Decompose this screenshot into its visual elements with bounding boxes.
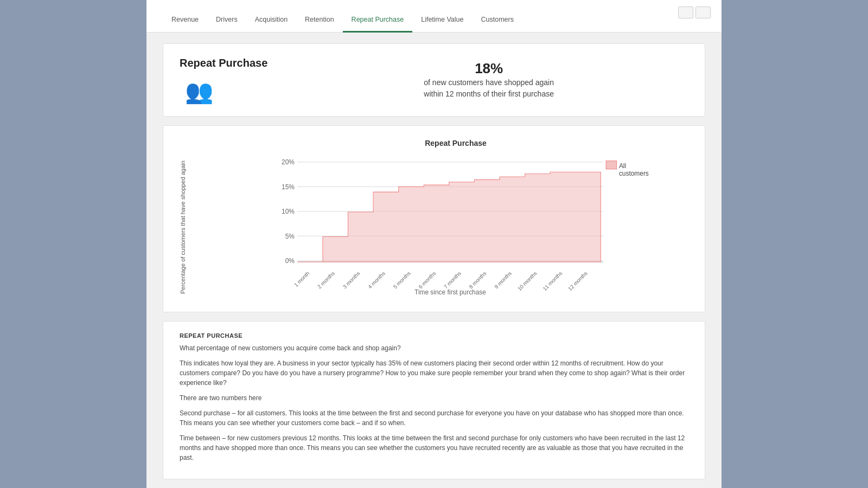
svg-text:20%: 20% — [282, 158, 295, 166]
top-nav: RevenueDriversAcquisitionRetentionRepeat… — [146, 0, 722, 33]
nav-tab-acquisition[interactable]: Acquisition — [246, 16, 296, 33]
svg-text:12 months: 12 months — [567, 270, 589, 292]
summary-left: Repeat Purchase 👥 — [180, 57, 267, 103]
content-area: Repeat Purchase 👥 18% of new customers h… — [146, 33, 722, 488]
nav-tab-customers[interactable]: Customers — [473, 16, 522, 33]
main-container: RevenueDriversAcquisitionRetentionRepeat… — [146, 0, 722, 488]
page-title: Repeat Purchase — [180, 57, 267, 69]
chart-title: Repeat Purchase — [223, 139, 688, 147]
desc-paragraph2-title: There are two numbers here — [180, 393, 688, 403]
y-axis-label: Percentage of customers that have shoppe… — [180, 156, 212, 299]
nav-tab-revenue[interactable]: Revenue — [163, 16, 207, 33]
desc-section-title: REPEAT PURCHASE — [180, 332, 688, 339]
desc-paragraph1: This indicates how loyal they are. A bus… — [180, 358, 688, 388]
svg-text:6 months: 6 months — [417, 270, 437, 290]
svg-text:3 months: 3 months — [342, 270, 361, 290]
summary-card: Repeat Purchase 👥 18% of new customers h… — [163, 43, 705, 117]
svg-text:1 month: 1 month — [293, 270, 311, 288]
svg-text:15%: 15% — [282, 183, 295, 191]
description-card: REPEAT PURCHASE What percentage of new c… — [163, 321, 705, 479]
chart-wrapper: Percentage of customers that have shoppe… — [180, 156, 688, 299]
svg-text:10 months: 10 months — [516, 270, 538, 292]
chart-plot-area: 20% 15% 10% 5% 0% 1 month 2 months 3 mon… — [212, 156, 688, 299]
chart-svg: 20% 15% 10% 5% 0% 1 month 2 months 3 mon… — [212, 156, 688, 297]
nav-tab-repeat-purchase[interactable]: Repeat Purchase — [343, 16, 413, 33]
chart-area-fill — [297, 172, 601, 262]
svg-text:4 months: 4 months — [367, 270, 386, 290]
desc-question: What percentage of new customers you acq… — [180, 343, 688, 353]
maximize-button[interactable] — [695, 7, 711, 18]
svg-text:2 months: 2 months — [316, 270, 336, 290]
svg-text:7 months: 7 months — [443, 270, 462, 290]
chart-card: Repeat Purchase Percentage of customers … — [163, 125, 705, 312]
minimize-button[interactable] — [678, 7, 693, 18]
desc-paragraph4: Time between – for new customers previou… — [180, 433, 688, 463]
svg-text:9 months: 9 months — [493, 270, 513, 290]
desc-paragraph3: Second purchase – for all customers. Thi… — [180, 408, 688, 428]
users-icon: 👥 — [185, 80, 267, 103]
nav-tab-lifetime-value[interactable]: Lifetime Value — [412, 16, 472, 33]
svg-text:8 months: 8 months — [468, 270, 487, 290]
svg-text:Time since first purchase: Time since first purchase — [414, 288, 486, 296]
window-buttons — [678, 7, 711, 18]
svg-text:5 months: 5 months — [392, 270, 412, 290]
svg-text:11 months: 11 months — [541, 270, 563, 292]
svg-text:10%: 10% — [282, 208, 295, 215]
svg-text:5%: 5% — [285, 233, 295, 240]
stat-label-line1: of new customers have shopped again with… — [424, 78, 554, 98]
stat-number: 18% — [289, 60, 688, 77]
nav-tab-retention[interactable]: Retention — [296, 16, 343, 33]
legend-box — [606, 161, 617, 169]
svg-text:customers: customers — [619, 170, 649, 177]
nav-tab-drivers[interactable]: Drivers — [207, 16, 246, 33]
summary-stat: 18% of new customers have shopped again … — [289, 60, 688, 100]
nav-tabs: RevenueDriversAcquisitionRetentionRepeat… — [163, 0, 522, 32]
svg-text:All: All — [619, 162, 626, 170]
svg-text:0%: 0% — [285, 257, 295, 265]
